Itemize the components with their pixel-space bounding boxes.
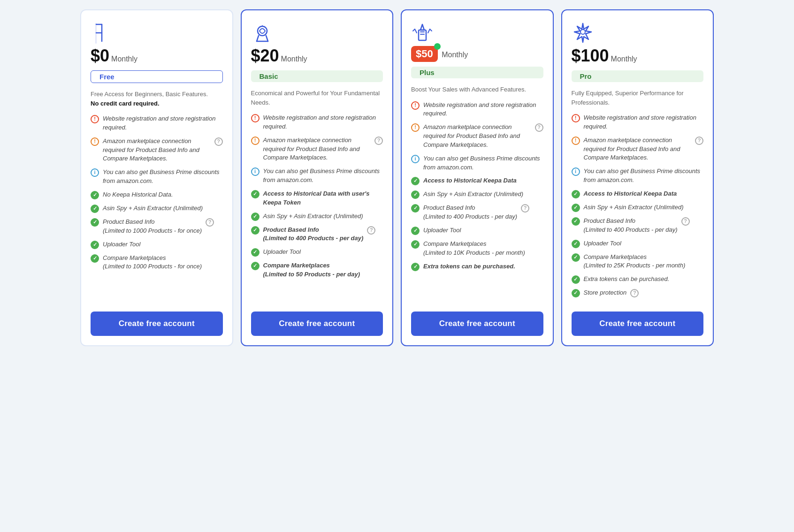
feature-text: Access to Historical Data with user's Ke… xyxy=(263,190,383,207)
svg-rect-3 xyxy=(95,23,97,44)
feature-text: Compare Marketplaces(Limited to 50 Produ… xyxy=(263,261,360,279)
popular-dot xyxy=(434,43,441,50)
feature-item: i You can also get Business Prime discou… xyxy=(251,167,383,185)
feature-item: Uploader Tool xyxy=(91,240,223,249)
plan-description: Economical and Powerful for Your Fundame… xyxy=(251,89,383,107)
feature-list: ! Website registration and store registr… xyxy=(572,114,704,302)
check-icon xyxy=(91,191,99,199)
feature-text: You can also get Business Prime discount… xyxy=(423,154,543,172)
check-icon xyxy=(572,190,580,198)
check-icon xyxy=(572,275,580,284)
price-period: Monthly xyxy=(611,55,637,63)
feature-item: Product Based Info(Limited to 400 Produc… xyxy=(251,226,383,243)
feature-item: Store protection ? xyxy=(572,289,704,297)
help-icon: ? xyxy=(367,226,375,235)
feature-item: Product Based Info(Limited to 400 Produc… xyxy=(572,217,704,235)
exclaim-red-icon: ! xyxy=(251,114,260,122)
check-icon xyxy=(411,190,420,199)
cta-button-plus[interactable]: Create free account xyxy=(411,312,543,336)
feature-text: Amazon marketplace connection required f… xyxy=(103,137,211,164)
price-amount: $0 xyxy=(91,46,109,66)
price-badge: $50 xyxy=(411,46,438,62)
feature-item: ! Amazon marketplace connection required… xyxy=(251,136,383,163)
plus-plan-icon xyxy=(411,22,543,46)
pro-plan-icon xyxy=(572,22,704,46)
exclaim-orange-icon: ! xyxy=(91,137,99,146)
help-icon: ? xyxy=(374,137,383,145)
check-icon xyxy=(91,254,99,263)
check-icon xyxy=(411,227,420,235)
feature-text: Asin Spy + Asin Extractor (Unlimited) xyxy=(263,212,363,221)
svg-point-10 xyxy=(580,30,585,34)
feature-item: i You can also get Business Prime discou… xyxy=(91,168,223,186)
feature-item: ! Website registration and store registr… xyxy=(251,114,383,131)
help-icon: ? xyxy=(681,217,690,226)
feature-item: i You can also get Business Prime discou… xyxy=(411,154,543,172)
feature-text: Compare Marketplaces(Limited to 10K Prod… xyxy=(423,240,525,258)
cta-button-free[interactable]: Create free account xyxy=(91,312,223,336)
check-icon xyxy=(91,205,99,213)
plan-card-plus: $50 Monthly PlusBoost Your Sales with Ad… xyxy=(401,9,554,346)
feature-item: Product Based Info(Limited to 400 Produc… xyxy=(411,204,543,221)
feature-item: Product Based Info(Limited to 1000 Produ… xyxy=(91,218,223,236)
feature-text: Website registration and store registrat… xyxy=(584,114,704,131)
feature-item: Access to Historical Keepa Data xyxy=(572,190,704,198)
plan-card-basic: $20 Monthly BasicEconomical and Powerful… xyxy=(241,9,394,346)
feature-text: Product Based Info(Limited to 400 Produc… xyxy=(423,204,517,221)
exclaim-orange-icon: ! xyxy=(411,123,420,132)
exclaim-orange-icon: ! xyxy=(572,137,580,145)
feature-item: Compare Marketplaces(Limited to 50 Produ… xyxy=(251,261,383,279)
feature-item: Asin Spy + Asin Extractor (Unlimited) xyxy=(251,212,383,221)
feature-text: Website registration and store registrat… xyxy=(423,101,543,119)
cta-button-pro[interactable]: Create free account xyxy=(572,312,704,336)
info-blue-icon: i xyxy=(91,168,99,177)
feature-text: Uploader Tool xyxy=(103,240,140,249)
feature-text: Amazon marketplace connection required f… xyxy=(584,136,692,163)
check-icon xyxy=(411,263,420,271)
feature-item: Uploader Tool xyxy=(572,239,704,248)
feature-text: Uploader Tool xyxy=(423,226,461,235)
info-blue-icon: i xyxy=(572,167,580,176)
feature-item: ! Amazon marketplace connection required… xyxy=(411,123,543,150)
feature-text: Product Based Info(Limited to 400 Produc… xyxy=(584,217,678,235)
price-period: Monthly xyxy=(440,51,468,59)
feature-text: Product Based Info(Limited to 400 Produc… xyxy=(263,226,364,243)
feature-text: Extra tokens can be purchased. xyxy=(423,262,515,271)
check-icon xyxy=(411,177,420,185)
cta-button-basic[interactable]: Create free account xyxy=(251,312,383,336)
feature-list: ! Website registration and store registr… xyxy=(91,114,223,302)
check-icon xyxy=(572,253,580,262)
feature-text: Amazon marketplace connection required f… xyxy=(423,123,531,150)
pricing-grid: $0 Monthly FreeFree Access for Beginners… xyxy=(80,9,714,346)
feature-text: You can also get Business Prime discount… xyxy=(263,167,383,185)
feature-text: Compare Marketplaces(Limited to 25K Prod… xyxy=(584,253,686,271)
feature-text: Asin Spy + Asin Extractor (Unlimited) xyxy=(584,203,684,212)
basic-plan-icon xyxy=(251,22,383,46)
feature-item: Uploader Tool xyxy=(411,226,543,235)
price-period: Monthly xyxy=(281,55,307,63)
check-icon xyxy=(251,226,260,235)
help-icon: ? xyxy=(630,289,639,297)
feature-item: Access to Historical Data with user's Ke… xyxy=(251,190,383,207)
check-icon xyxy=(91,241,99,249)
feature-text: Compare Marketplaces(Limited to 1000 Pro… xyxy=(103,254,202,272)
feature-item: ! Amazon marketplace connection required… xyxy=(572,136,704,163)
plan-name-badge: Free xyxy=(91,70,223,83)
feature-item: ! Website registration and store registr… xyxy=(91,114,223,132)
feature-item: Access to Historical Keepa Data xyxy=(411,176,543,185)
feature-item: Asin Spy + Asin Extractor (Unlimited) xyxy=(91,204,223,213)
check-icon xyxy=(411,204,420,213)
feature-text: Asin Spy + Asin Extractor (Unlimited) xyxy=(423,190,523,199)
price-amount: $100 xyxy=(572,46,609,66)
plan-name-badge: Basic xyxy=(251,70,383,82)
feature-text: You can also get Business Prime discount… xyxy=(103,168,223,186)
free-plan-icon xyxy=(91,22,223,46)
feature-item: No Keepa Historical Data. xyxy=(91,190,223,199)
feature-list: ! Website registration and store registr… xyxy=(411,101,543,303)
feature-text: No Keepa Historical Data. xyxy=(103,190,173,199)
feature-item: Compare Marketplaces(Limited to 10K Prod… xyxy=(411,240,543,258)
plan-price-row: $20 Monthly xyxy=(251,46,383,66)
plan-card-pro: $100 Monthly ProFully Equipped, Superior… xyxy=(561,9,714,346)
exclaim-red-icon: ! xyxy=(572,114,580,122)
feature-text: Product Based Info(Limited to 1000 Produ… xyxy=(103,218,202,236)
